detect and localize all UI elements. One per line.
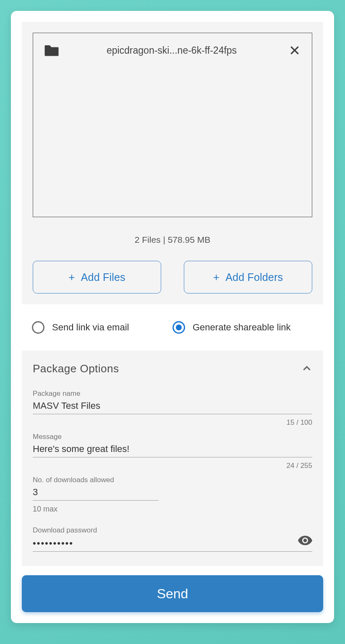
file-name: epicdragon-ski...ne-6k-ff-24fps bbox=[68, 45, 280, 56]
file-pane: epicdragon-ski...ne-6k-ff-24fps 2 Files … bbox=[22, 22, 323, 304]
add-folders-button[interactable]: + Add Folders bbox=[184, 261, 312, 293]
message-counter: 24 / 255 bbox=[33, 462, 312, 470]
radio-generate-link[interactable]: Generate shareable link bbox=[172, 321, 313, 334]
remove-file-button[interactable] bbox=[288, 44, 301, 57]
plus-icon: + bbox=[68, 272, 75, 283]
radio-dot bbox=[176, 325, 182, 330]
radio-email-label: Send link via email bbox=[52, 322, 129, 333]
password-input[interactable] bbox=[33, 538, 292, 549]
upload-card: epicdragon-ski...ne-6k-ff-24fps 2 Files … bbox=[11, 11, 334, 623]
package-name-counter: 15 / 100 bbox=[33, 418, 312, 427]
package-name-input[interactable] bbox=[33, 399, 312, 414]
radio-send-email[interactable]: Send link via email bbox=[32, 321, 172, 334]
add-buttons-row: + Add Files + Add Folders bbox=[33, 261, 312, 293]
package-options-panel: Package Options Package name 15 / 100 Me… bbox=[22, 351, 323, 566]
password-label: Download password bbox=[33, 526, 312, 535]
radio-icon-checked bbox=[172, 321, 185, 334]
add-folders-label: Add Folders bbox=[225, 271, 283, 283]
package-name-label: Package name bbox=[33, 390, 312, 398]
package-options-toggle[interactable]: Package Options bbox=[33, 362, 312, 375]
downloads-helper: 10 max bbox=[33, 505, 312, 514]
send-label: Send bbox=[157, 586, 188, 601]
downloads-input[interactable] bbox=[33, 485, 159, 501]
message-label: Message bbox=[33, 433, 312, 441]
message-field: Message bbox=[33, 433, 312, 457]
message-input[interactable] bbox=[33, 442, 312, 457]
add-files-label: Add Files bbox=[81, 271, 125, 283]
package-name-field: Package name bbox=[33, 390, 312, 414]
file-stats: 2 Files | 578.95 MB bbox=[33, 235, 312, 245]
downloads-label: No. of downloads allowed bbox=[33, 476, 312, 484]
radio-link-label: Generate shareable link bbox=[193, 322, 291, 333]
chevron-up-icon bbox=[301, 363, 312, 375]
plus-icon: + bbox=[213, 272, 220, 283]
radio-icon-unchecked bbox=[32, 321, 44, 334]
toggle-password-visibility[interactable] bbox=[298, 535, 312, 547]
file-item: epicdragon-ski...ne-6k-ff-24fps bbox=[33, 41, 312, 60]
add-files-button[interactable]: + Add Files bbox=[33, 261, 161, 293]
file-list: epicdragon-ski...ne-6k-ff-24fps bbox=[33, 33, 312, 217]
send-button[interactable]: Send bbox=[22, 575, 323, 612]
package-options-title: Package Options bbox=[33, 362, 119, 375]
password-field: Download password bbox=[33, 526, 312, 552]
downloads-field: No. of downloads allowed bbox=[33, 476, 312, 501]
folder-icon bbox=[44, 44, 59, 57]
share-mode-row: Send link via email Generate shareable l… bbox=[22, 304, 323, 351]
